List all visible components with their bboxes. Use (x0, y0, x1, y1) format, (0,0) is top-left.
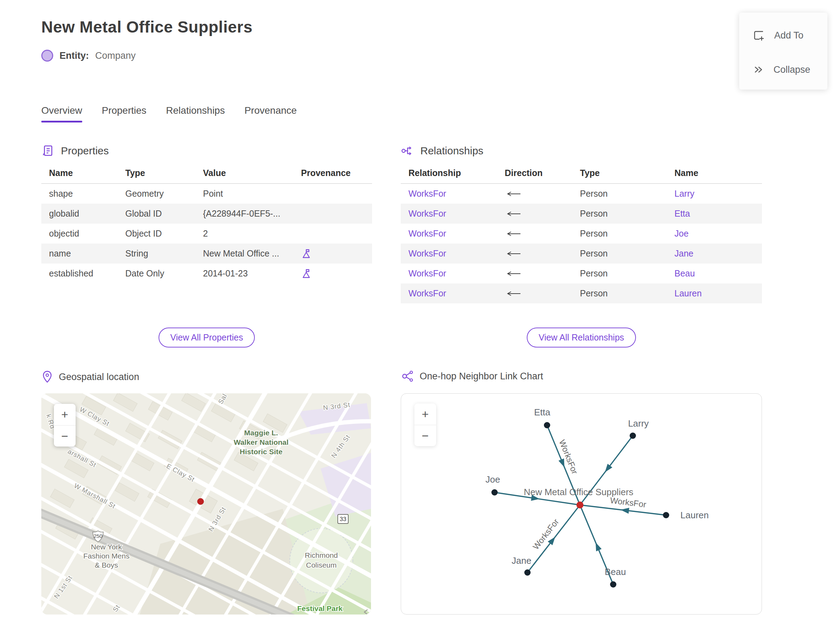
collapse-button[interactable]: Collapse (739, 57, 827, 82)
add-to-icon (752, 29, 765, 41)
chart-center-node[interactable] (576, 501, 584, 509)
chart-node-label: Lauren (680, 510, 709, 520)
tab-relationships[interactable]: Relationships (166, 105, 225, 122)
direction-arrow-icon (497, 291, 572, 296)
table-row: WorksForPersonLarry (401, 184, 762, 203)
relationship-link[interactable]: WorksFor (401, 248, 497, 259)
table-row: objectidObject ID2 (41, 224, 372, 243)
chart-node[interactable] (630, 432, 636, 439)
map-canvas[interactable]: k RdW Clay StSalarshall StW Marshall StE… (41, 393, 371, 615)
relationship-link[interactable]: WorksFor (401, 189, 497, 199)
relationship-link[interactable]: WorksFor (401, 288, 497, 299)
tab-provenance[interactable]: Provenance (244, 105, 296, 122)
entity-link[interactable]: Joe (667, 229, 762, 238)
map-label: & Boys (95, 561, 118, 569)
table-cell: Person (572, 208, 667, 219)
table-row: globalidGlobal ID{A228944F-0EF5-... (41, 203, 372, 224)
table-cell: Person (572, 269, 667, 278)
entity-label: Entity: (59, 50, 89, 61)
chart-node[interactable] (610, 581, 616, 588)
relationships-icon (401, 144, 414, 157)
column-header: Value (195, 168, 293, 178)
view-all-properties-button[interactable]: View All Properties (159, 327, 255, 348)
table-cell: {A228944F-0EF5-... (195, 208, 293, 219)
add-to-label: Add To (774, 30, 803, 41)
entity-link[interactable]: Jane (667, 248, 762, 259)
map-entity-marker[interactable] (197, 498, 204, 505)
chart-zoom-control: + − (414, 404, 436, 446)
table-cell: Geometry (118, 189, 195, 199)
direction-arrow-icon (497, 191, 572, 197)
map-zoom-out-button[interactable]: − (54, 425, 76, 447)
tab-properties[interactable]: Properties (102, 105, 146, 122)
chart-node[interactable] (492, 489, 498, 496)
direction-arrow-icon (497, 271, 572, 277)
properties-icon (41, 144, 55, 157)
table-cell: Global ID (118, 208, 195, 219)
table-row: WorksForPersonJane (401, 243, 762, 264)
geospatial-map[interactable]: k RdW Clay StSalarshall StW Marshall StE… (41, 393, 371, 615)
map-route-shield: 33 (338, 514, 348, 523)
map-label: New York (91, 543, 122, 551)
chart-edge-label: WorksFor (531, 517, 561, 551)
column-header: Type (572, 168, 667, 178)
collapse-icon (752, 64, 764, 75)
chart-node[interactable] (544, 422, 550, 428)
map-label: Walker National (234, 438, 289, 446)
column-header: Name (41, 168, 118, 178)
properties-section: Properties NameTypeValueProvenanceshapeG… (41, 143, 372, 283)
entity-link[interactable]: Beau (667, 269, 762, 278)
properties-table: NameTypeValueProvenanceshapeGeometryPoin… (41, 168, 372, 283)
relationship-link[interactable]: WorksFor (401, 208, 497, 219)
svg-text:250: 250 (94, 533, 102, 539)
provenance-flag-icon[interactable] (293, 248, 372, 259)
view-all-relationships-button[interactable]: View All Relationships (527, 327, 636, 348)
add-to-button[interactable]: Add To (739, 23, 827, 48)
relationship-link[interactable]: WorksFor (401, 229, 497, 238)
direction-arrow-icon (497, 211, 572, 217)
relationship-link[interactable]: WorksFor (401, 269, 497, 278)
map-zoom-control: + − (54, 404, 76, 447)
chart-zoom-in-button[interactable]: + (414, 404, 436, 425)
column-header: Name (667, 168, 762, 178)
relationships-section-title: Relationships (420, 145, 484, 157)
table-cell: Person (572, 189, 667, 199)
geospatial-section-header: Geospatial location (41, 370, 139, 383)
table-cell: Date Only (118, 269, 195, 278)
entity-link[interactable]: Lauren (667, 288, 762, 299)
tab-overview[interactable]: Overview (41, 105, 82, 122)
map-zoom-in-button[interactable]: + (54, 404, 76, 425)
table-cell: Person (572, 229, 667, 238)
chart-node-label: Jane (512, 555, 531, 566)
tab-bar: OverviewPropertiesRelationshipsProvenanc… (41, 105, 297, 122)
column-header: Provenance (293, 168, 372, 178)
chart-node-label: Larry (628, 418, 649, 429)
table-row: WorksForPersonEtta (401, 203, 762, 224)
column-header: Type (118, 168, 195, 178)
chart-node-label: Joe (485, 474, 500, 485)
table-cell: Object ID (118, 229, 195, 238)
link-chart-canvas[interactable]: WorksForWorksForWorksForEttaLarryJoeLaur… (401, 394, 762, 614)
link-chart-panel[interactable]: WorksForWorksForWorksForEttaLarryJoeLaur… (401, 393, 762, 615)
provenance-flag-icon[interactable] (293, 269, 372, 279)
table-cell: 2 (195, 229, 293, 238)
link-chart-icon (401, 370, 414, 382)
map-label: Richmond (305, 551, 338, 559)
chart-node[interactable] (663, 512, 669, 518)
entity-link[interactable]: Etta (667, 208, 762, 219)
map-label: Festival Park (297, 604, 343, 612)
relationships-table: RelationshipDirectionTypeNameWorksForPer… (401, 168, 762, 304)
chart-center-label: New Metal Office Suppliers (523, 487, 633, 497)
chart-edge-arrow-icon (593, 541, 601, 552)
properties-section-header: Properties (41, 143, 372, 159)
map-pin-icon (41, 370, 53, 383)
table-cell: String (118, 248, 195, 259)
chart-zoom-out-button[interactable]: − (414, 425, 436, 446)
direction-arrow-icon (497, 251, 572, 256)
collapse-label: Collapse (773, 64, 810, 75)
chart-node[interactable] (524, 569, 531, 575)
table-row: WorksForPersonBeau (401, 264, 762, 283)
geospatial-section-title: Geospatial location (59, 372, 139, 383)
table-cell: Point (195, 189, 293, 199)
entity-link[interactable]: Larry (667, 189, 762, 199)
